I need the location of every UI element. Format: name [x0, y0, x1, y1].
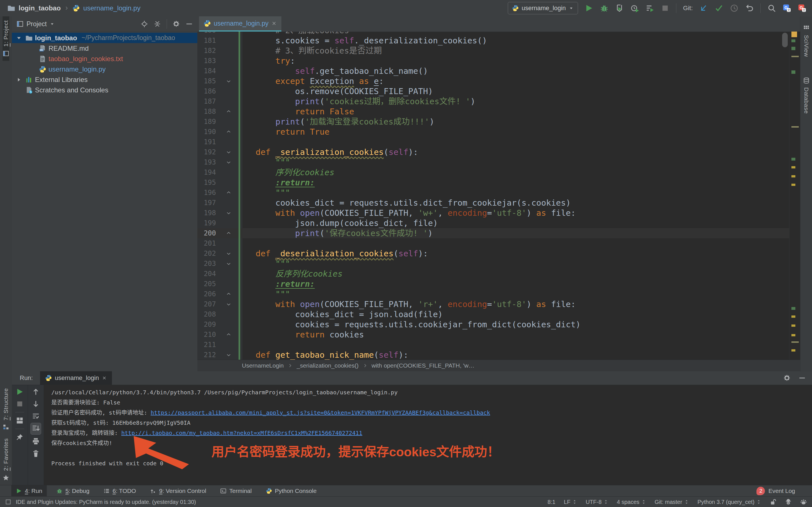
- editor-tab[interactable]: username_login.py: [199, 16, 282, 32]
- stripe-mark[interactable]: [792, 56, 799, 57]
- code-line[interactable]: 181 s.cookies = self._deserialization_co…: [197, 36, 790, 46]
- stripe-mark[interactable]: [792, 175, 795, 177]
- code-line[interactable]: 196 """: [197, 187, 790, 198]
- chevron-down-icon[interactable]: [15, 35, 23, 41]
- concurrency-diagram-button[interactable]: [646, 4, 654, 12]
- scroll-to-end-button[interactable]: [31, 423, 41, 435]
- pin-tab-button[interactable]: [16, 433, 24, 441]
- tool-window-button-terminal[interactable]: Terminal: [216, 485, 256, 497]
- fold-collapse-icon[interactable]: [216, 157, 236, 167]
- status-widget-lf[interactable]: LF: [564, 499, 577, 505]
- locate-file-button[interactable]: [141, 20, 148, 27]
- run-button[interactable]: [585, 4, 593, 12]
- code-line[interactable]: 198 with open(COOKIES_FILE_PATH, 'w+', e…: [197, 208, 790, 218]
- tree-item-readme-md[interactable]: MDREADME.md: [12, 43, 197, 54]
- code-line[interactable]: 187 print('cookies过期，删除cookies文件! '): [197, 96, 790, 107]
- tool-window-button-6-todo[interactable]: 6: TODO: [99, 485, 140, 497]
- close-icon[interactable]: [102, 376, 107, 381]
- code-line[interactable]: 212 def get_taobao_nick_name(self):: [197, 350, 790, 360]
- stripe-mark[interactable]: [792, 166, 795, 168]
- stripe-mark[interactable]: [792, 307, 795, 310]
- tool-window-button-5-debug[interactable]: 5: Debug: [52, 485, 94, 497]
- stripe-button-7-structure[interactable]: 7: Structure: [3, 384, 9, 435]
- stripe-mark[interactable]: [792, 316, 795, 318]
- hector-inspections-icon[interactable]: [785, 499, 792, 505]
- code-line[interactable]: 185 except Exception as e:: [197, 76, 790, 86]
- code-line[interactable]: 194 序列化cookies: [197, 167, 790, 177]
- tool-window-toggle-icon[interactable]: [5, 499, 11, 505]
- git-update-button[interactable]: [700, 4, 708, 12]
- stripe-mark[interactable]: [792, 40, 795, 42]
- code-line[interactable]: 191: [197, 137, 790, 147]
- tool-window-button-9-version-control[interactable]: 9: Version Control: [146, 485, 211, 497]
- code-line[interactable]: 188 return False: [197, 107, 790, 117]
- stripe-button-1-project[interactable]: 1: Project: [3, 16, 9, 61]
- code-line[interactable]: 204 反序列化cookies: [197, 269, 790, 279]
- run-configuration-select[interactable]: username_login: [508, 2, 578, 14]
- editor-scrollbar[interactable]: [782, 33, 788, 47]
- code-line[interactable]: 189 print('加载淘宝登录cookies成功!!!'): [197, 117, 790, 127]
- clear-all-button[interactable]: [32, 450, 40, 457]
- stripe-mark[interactable]: [792, 341, 799, 343]
- fold-collapse-icon[interactable]: [216, 248, 236, 259]
- close-icon[interactable]: [271, 20, 277, 26]
- stripe-button-database[interactable]: Database: [803, 73, 810, 118]
- fold-end-icon[interactable]: [216, 187, 236, 198]
- code-line[interactable]: 190 return True: [197, 127, 790, 137]
- stripe-mark[interactable]: [792, 349, 795, 351]
- code-line[interactable]: 202 def _deserialization_cookies(self):: [197, 248, 790, 259]
- project-panel-title[interactable]: Project: [27, 20, 47, 28]
- status-widget-8-1[interactable]: 8:1: [548, 499, 555, 505]
- code-line[interactable]: 211: [197, 340, 790, 350]
- run-with-coverage-button[interactable]: [615, 4, 624, 12]
- status-widget-git-master[interactable]: Git: master: [655, 499, 689, 505]
- tool-window-button-4-run[interactable]: 4: Run: [11, 485, 47, 497]
- code-line[interactable]: 192 def _serialization_cookies(self):: [197, 147, 790, 157]
- fold-collapse-icon[interactable]: [216, 259, 236, 269]
- tree-item-scratches-and-consoles[interactable]: Scratches and Consoles: [12, 85, 197, 95]
- code-line[interactable]: 209 cookies = requests.utils.cookiejar_f…: [197, 320, 790, 330]
- soft-wrap-button[interactable]: [32, 412, 40, 420]
- code-line[interactable]: 184 self.get_taobao_nick_name(): [197, 66, 790, 76]
- stripe-mark[interactable]: [792, 325, 795, 327]
- fold-end-icon[interactable]: [216, 228, 236, 238]
- code-line[interactable]: 207 with open(COOKIES_FILE_PATH, 'r+', e…: [197, 299, 790, 309]
- console-output[interactable]: /usr/local/Cellar/python/3.7.4/bin/pytho…: [44, 385, 812, 485]
- breadcrumb-item[interactable]: UsernameLogin: [242, 362, 284, 369]
- history-button[interactable]: [730, 4, 739, 12]
- fold-end-icon[interactable]: [216, 127, 236, 137]
- status-widget-4-spaces[interactable]: 4 spaces: [617, 499, 646, 505]
- code-editor[interactable]: 180 # 2、加载cookies181 s.cookies = self._d…: [197, 32, 800, 360]
- stripe-mark[interactable]: [792, 47, 795, 50]
- fold-end-icon[interactable]: [216, 330, 236, 340]
- code-line[interactable]: 203 """: [197, 259, 790, 269]
- code-line[interactable]: 205 :return:: [197, 279, 790, 289]
- tool-window-button-python-console[interactable]: Python Console: [261, 485, 321, 497]
- status-widget-python-3-7-query-cet[interactable]: Python 3.7 (query_cet): [698, 499, 761, 505]
- profiler-button[interactable]: [630, 4, 639, 12]
- status-message[interactable]: IDE and Plugin Updates: PyCharm is ready…: [16, 499, 196, 505]
- search-everywhere-button[interactable]: [767, 4, 776, 12]
- print-button[interactable]: [32, 438, 40, 445]
- hide-panel-button[interactable]: [799, 374, 806, 382]
- gear-icon[interactable]: [172, 20, 180, 27]
- debug-button[interactable]: [600, 4, 608, 12]
- code-line[interactable]: 195 :return:: [197, 177, 790, 187]
- hide-panel-button[interactable]: [186, 20, 193, 27]
- chevron-down-icon[interactable]: [50, 21, 55, 26]
- code-line[interactable]: 183 try:: [197, 56, 790, 66]
- code-line[interactable]: 208 cookies_dict = json.load(file): [197, 309, 790, 320]
- run-tab[interactable]: username_login: [40, 371, 112, 385]
- git-commit-button[interactable]: [715, 4, 723, 12]
- tree-item-login-taobao[interactable]: login_taobao~/PycharmProjects/login_taob…: [12, 33, 197, 43]
- breadcrumb-item[interactable]: with open(COOKIES_FILE_PATH, 'w…: [371, 362, 474, 369]
- event-log-button[interactable]: 2 Event Log: [756, 487, 795, 495]
- translate-plugin-alt-icon[interactable]: G文: [798, 4, 806, 12]
- stripe-mark[interactable]: [792, 70, 795, 74]
- translate-plugin-icon[interactable]: G文: [783, 4, 791, 12]
- fold-collapse-icon[interactable]: [216, 208, 236, 218]
- lock-open-icon[interactable]: [770, 499, 776, 505]
- fold-collapse-icon[interactable]: [216, 76, 236, 86]
- fold-collapse-icon[interactable]: [216, 350, 236, 360]
- collapse-all-button[interactable]: [154, 20, 161, 27]
